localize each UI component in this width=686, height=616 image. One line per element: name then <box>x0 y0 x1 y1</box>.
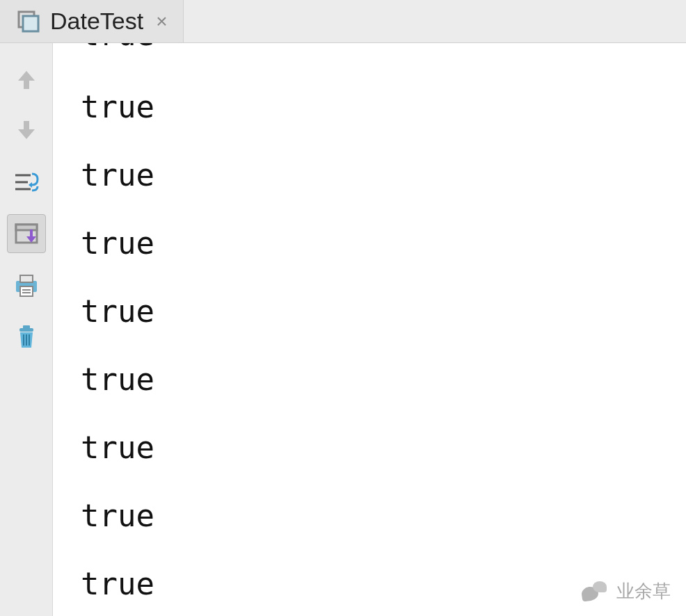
watermark-text: 业余草 <box>616 579 671 603</box>
console-line: true <box>81 43 686 50</box>
console-output[interactable]: true true true true true true true true … <box>53 43 686 616</box>
print-button[interactable] <box>7 266 46 305</box>
soft-wrap-icon <box>13 168 40 196</box>
console-line: true <box>81 92 686 122</box>
watermark: 业余草 <box>582 579 671 603</box>
scroll-to-end-icon <box>13 220 40 248</box>
arrow-up-icon <box>14 67 39 92</box>
console-line: true <box>81 501 686 531</box>
console-line: true <box>81 296 686 327</box>
scroll-to-end-button[interactable] <box>7 214 46 253</box>
arrow-down-icon <box>14 118 39 143</box>
soft-wrap-button[interactable] <box>7 163 46 202</box>
svg-rect-1 <box>23 16 38 31</box>
console-toolbar <box>0 43 53 616</box>
print-icon <box>13 271 40 299</box>
close-icon[interactable]: × <box>153 10 170 33</box>
main-area: true true true true true true true true … <box>0 43 686 616</box>
tab-label: DateTest <box>50 8 143 35</box>
svg-rect-6 <box>16 225 37 230</box>
console-line: true <box>81 364 686 395</box>
wechat-icon <box>582 580 609 603</box>
tab-bar: DateTest × <box>0 0 686 43</box>
console-line: true <box>81 432 686 463</box>
console-line: true <box>81 160 686 191</box>
trash-icon <box>13 323 40 350</box>
svg-rect-8 <box>20 275 33 282</box>
console-line: true <box>81 228 686 259</box>
tab-datetest[interactable]: DateTest × <box>0 0 184 42</box>
arrow-down-button[interactable] <box>7 111 46 150</box>
clear-all-button[interactable] <box>7 317 46 356</box>
run-config-icon <box>17 10 40 33</box>
svg-rect-13 <box>23 325 30 329</box>
svg-rect-9 <box>20 286 33 296</box>
arrow-up-button[interactable] <box>7 60 46 99</box>
